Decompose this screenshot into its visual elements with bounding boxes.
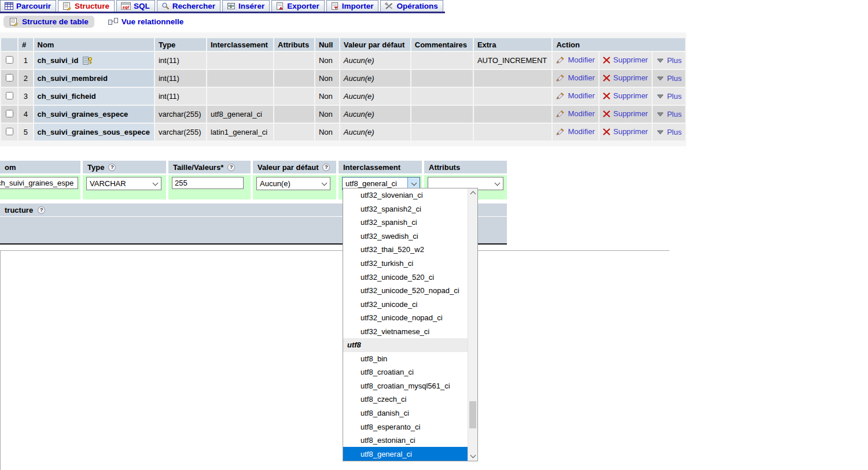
row-select-cell	[1, 88, 17, 105]
edit-cell-2	[168, 175, 251, 199]
column-collation-cell: latin1_general_ci	[207, 124, 273, 140]
column-header-Valeur par défaut: Valeur par défaut	[340, 38, 410, 51]
column-header-Action: Action	[553, 38, 685, 51]
collation-option[interactable]: utf32_unicode_ci	[343, 297, 468, 311]
structure-section-title: tructure	[5, 206, 33, 214]
tab-rechercher[interactable]: Rechercher	[157, 0, 220, 12]
table-row: 4ch_suivi_graines_especevarchar(255)utf8…	[1, 106, 685, 123]
delete-link[interactable]: Supprimer	[603, 55, 648, 64]
table-row: 3ch_suivi_ficheidint(11)NonAucun(e)Modif…	[1, 88, 685, 105]
action-cell-delete: Supprimer	[599, 52, 652, 69]
help-icon[interactable]: ?	[38, 206, 45, 214]
action-label: Supprimer	[613, 127, 648, 136]
column-comments-cell	[411, 106, 473, 123]
row-checkbox[interactable]	[6, 128, 13, 135]
delete-link[interactable]: Supprimer	[603, 73, 648, 82]
column-attributes-cell	[274, 106, 314, 123]
delete-link[interactable]: Supprimer	[603, 91, 648, 100]
tab-exporter[interactable]: Exporter	[271, 0, 325, 12]
collation-option[interactable]: utf32_vietnamese_ci	[343, 324, 468, 338]
edit-cell-1: VARCHAR	[83, 175, 166, 199]
svg-text:sql: sql	[122, 5, 130, 10]
collation-option[interactable]: utf8_estonian_ci	[343, 434, 468, 447]
column-extra-cell: AUTO_INCREMENT	[474, 52, 552, 69]
collation-option[interactable]: utf32_slovenian_ci	[343, 188, 468, 202]
action-cell-more: Plus	[653, 124, 685, 140]
type-select[interactable]: VARCHAR	[86, 177, 161, 190]
modify-link[interactable]: Modifier	[556, 91, 594, 100]
main-tab-bar: ParcourirStructuresqlSQLRechercherInsére…	[0, 0, 445, 13]
default-value-select[interactable]: Aucun(e)	[256, 177, 330, 190]
delete-icon	[603, 57, 610, 64]
row-checkbox[interactable]	[6, 92, 13, 99]
action-label: Modifier	[568, 109, 594, 118]
help-icon[interactable]: ?	[322, 164, 330, 171]
subtab-vue-relationnelle[interactable]: Vue relationnelle	[102, 16, 190, 28]
column-extra-cell	[474, 124, 552, 140]
column-null-cell: Non	[315, 52, 339, 69]
collation-option[interactable]: utf32_thai_520_w2	[343, 243, 468, 257]
collation-option[interactable]: utf8_croatian_mysql561_ci	[343, 379, 468, 393]
tab-label: Structure	[75, 2, 109, 10]
row-number-cell: 3	[19, 88, 32, 105]
collation-option[interactable]: utf8_bin	[343, 352, 468, 366]
modify-link[interactable]: Modifier	[556, 73, 594, 82]
collation-option[interactable]: utf8_danish_ci	[343, 406, 468, 420]
collation-option[interactable]: utf32_swedish_ci	[343, 230, 468, 243]
tab-structure[interactable]: Structure	[58, 0, 115, 12]
pencil-icon	[556, 128, 565, 135]
phpmyadmin-table-structure-page: ParcourirStructuresqlSQLRechercherInsére…	[0, 0, 868, 470]
column-header-Commentaires: Commentaires	[411, 38, 473, 51]
name-field[interactable]	[0, 177, 78, 189]
column-type-cell: int(11)	[155, 70, 206, 87]
tab-importer[interactable]: Importer	[326, 0, 379, 12]
length-field[interactable]	[172, 177, 244, 189]
more-link[interactable]: Plus	[656, 110, 682, 119]
column-header-Type: Type	[155, 38, 206, 51]
row-checkbox[interactable]	[6, 74, 13, 82]
help-icon[interactable]: ?	[227, 164, 235, 171]
chevron-down-icon	[149, 177, 161, 190]
scrollbar-up-icon[interactable]	[468, 188, 477, 198]
collation-option[interactable]: utf8_general_ci	[343, 447, 468, 461]
collation-option[interactable]: utf32_spanish2_ci	[343, 202, 468, 216]
column-null-cell: Non	[315, 124, 339, 140]
tab-parcourir[interactable]: Parcourir	[0, 0, 56, 12]
collation-option[interactable]: utf32_unicode_520_nopad_ci	[343, 284, 468, 298]
edit-header-label: Valeur par défaut	[258, 163, 318, 172]
modify-link[interactable]: Modifier	[556, 109, 594, 118]
row-checkbox[interactable]	[6, 56, 13, 64]
collation-option[interactable]: utf32_unicode_nopad_ci	[343, 311, 468, 325]
dropdown-scrollbar[interactable]	[468, 188, 477, 461]
structure-table-panel: #NomTypeInterclassementAttributsNullVale…	[0, 32, 686, 146]
more-link[interactable]: Plus	[656, 128, 682, 136]
action-cell-more: Plus	[653, 88, 685, 105]
help-icon[interactable]: ?	[108, 164, 116, 171]
collation-option[interactable]: utf32_spanish_ci	[343, 216, 468, 230]
column-attributes-cell	[274, 124, 314, 140]
delete-link[interactable]: Supprimer	[603, 109, 648, 118]
collation-option[interactable]: utf8_esperanto_ci	[343, 420, 468, 434]
collation-option[interactable]: utf32_unicode_520_ci	[343, 270, 468, 284]
edit-header-type: Type?	[83, 161, 166, 173]
tab-sql[interactable]: sqlSQL	[116, 0, 155, 12]
edit-cell-3: Aucun(e)	[253, 175, 336, 199]
more-link[interactable]: Plus	[656, 56, 682, 65]
collation-option[interactable]: utf32_turkish_ci	[343, 257, 468, 271]
tab-opérations[interactable]: Opérations	[380, 0, 443, 12]
default-value-select-value: Aucun(e)	[257, 179, 318, 188]
collation-option[interactable]: utf8_croatian_ci	[343, 365, 468, 379]
subtab-structure-de-table[interactable]: Structure de table	[3, 16, 94, 28]
modify-link[interactable]: Modifier	[556, 127, 594, 136]
row-checkbox[interactable]	[6, 110, 13, 117]
tab-insérer[interactable]: Insérer	[222, 0, 270, 12]
delete-link[interactable]: Supprimer	[603, 127, 648, 136]
modify-link[interactable]: Modifier	[556, 55, 594, 64]
edit-header-label: Interclassement	[343, 163, 400, 172]
more-icon	[656, 94, 664, 99]
scrollbar-thumb[interactable]	[469, 401, 476, 428]
more-link[interactable]: Plus	[656, 92, 682, 101]
more-link[interactable]: Plus	[656, 74, 682, 83]
collation-option[interactable]: utf8_czech_ci	[343, 393, 468, 406]
scrollbar-down-icon[interactable]	[468, 452, 477, 461]
